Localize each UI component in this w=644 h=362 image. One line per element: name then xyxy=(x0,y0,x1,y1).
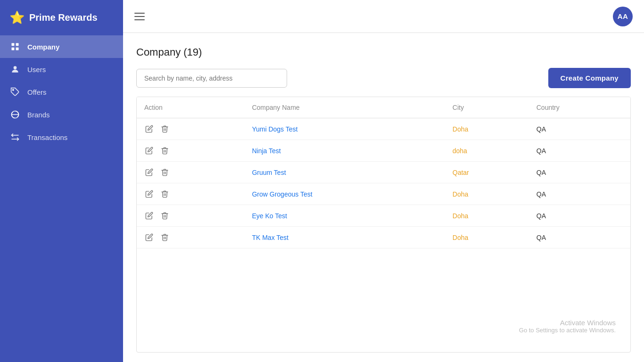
action-cell xyxy=(137,205,244,227)
sidebar-item-brands[interactable]: Brands xyxy=(0,103,123,126)
company-name-link[interactable]: Eye Ko Test xyxy=(252,212,287,220)
city-cell: Doha xyxy=(445,227,529,248)
main-content: AA Company (19) Create Company Action Co… xyxy=(123,0,644,362)
sidebar-logo: ⭐ Prime Rewards xyxy=(0,0,123,35)
company-name-link[interactable]: Ninja Test xyxy=(252,147,281,155)
sidebar-item-offers[interactable]: Offers xyxy=(0,81,123,103)
action-cell xyxy=(137,118,244,140)
table-row: Ninja Test doha QA xyxy=(137,140,630,162)
toolbar: Create Company xyxy=(136,68,631,88)
delete-button[interactable] xyxy=(160,124,170,134)
company-table-container[interactable]: Action Company Name City Country xyxy=(136,97,631,353)
sidebar-item-label: Company xyxy=(27,43,59,51)
edit-button[interactable] xyxy=(144,167,154,177)
hamburger-button[interactable] xyxy=(134,13,145,20)
table-row: Yumi Dogs Test Doha QA xyxy=(137,118,630,140)
sidebar-item-label: Offers xyxy=(27,88,47,96)
svg-rect-0 xyxy=(12,43,15,46)
app-name: Prime Rewards xyxy=(29,12,98,23)
country-cell: QA xyxy=(529,205,630,227)
table-row: Gruum Test Qatar QA xyxy=(137,162,630,183)
delete-button[interactable] xyxy=(160,146,170,156)
col-company-name: Company Name xyxy=(244,97,445,118)
edit-button[interactable] xyxy=(144,211,154,221)
delete-button[interactable] xyxy=(160,167,170,177)
search-input[interactable] xyxy=(136,69,287,88)
city-value: Qatar xyxy=(453,169,469,176)
city-value: Doha xyxy=(453,125,468,133)
action-cell xyxy=(137,227,244,248)
city-cell: Doha xyxy=(445,118,529,140)
company-name-link[interactable]: TK Max Test xyxy=(252,234,289,241)
hamburger-line xyxy=(134,13,145,14)
country-cell: QA xyxy=(529,162,630,183)
company-name-cell: TK Max Test xyxy=(244,227,445,248)
content-area: Company (19) Create Company Action Compa… xyxy=(123,33,644,362)
company-name-cell: Ninja Test xyxy=(244,140,445,162)
table-row: Grow Grogeous Test Doha QA xyxy=(137,183,630,205)
col-city: City xyxy=(445,97,529,118)
svg-rect-3 xyxy=(16,48,19,50)
brands-icon xyxy=(9,110,21,119)
col-action: Action xyxy=(137,97,244,118)
city-cell: Doha xyxy=(445,183,529,205)
city-value: doha xyxy=(453,147,467,155)
country-cell: QA xyxy=(529,118,630,140)
sidebar-item-label: Transactions xyxy=(27,133,67,141)
page-title: Company (19) xyxy=(136,46,631,58)
delete-button[interactable] xyxy=(160,189,170,199)
header: AA xyxy=(123,0,644,33)
edit-button[interactable] xyxy=(144,146,154,156)
delete-button[interactable] xyxy=(160,232,170,242)
company-name-cell: Grow Grogeous Test xyxy=(244,183,445,205)
company-name-cell: Yumi Dogs Test xyxy=(244,118,445,140)
table-row: TK Max Test Doha QA xyxy=(137,227,630,248)
action-cell xyxy=(137,183,244,205)
col-country: Country xyxy=(529,97,630,118)
edit-button[interactable] xyxy=(144,189,154,199)
city-cell: Qatar xyxy=(445,162,529,183)
star-icon: ⭐ xyxy=(9,10,25,25)
table-row: Eye Ko Test Doha QA xyxy=(137,205,630,227)
company-name-link[interactable]: Yumi Dogs Test xyxy=(252,125,297,133)
country-cell: QA xyxy=(529,227,630,248)
company-name-cell: Eye Ko Test xyxy=(244,205,445,227)
city-cell: Doha xyxy=(445,205,529,227)
sidebar-item-label: Users xyxy=(27,66,46,74)
company-name-link[interactable]: Grow Grogeous Test xyxy=(252,190,312,198)
city-cell: doha xyxy=(445,140,529,162)
hamburger-line xyxy=(134,16,145,17)
tag-icon xyxy=(9,87,21,97)
city-value: Doha xyxy=(453,212,468,220)
sidebar-item-company[interactable]: Company xyxy=(0,35,123,58)
company-name-link[interactable]: Gruum Test xyxy=(252,169,286,176)
edit-button[interactable] xyxy=(144,232,154,242)
create-company-button[interactable]: Create Company xyxy=(548,68,631,88)
city-value: Doha xyxy=(453,190,468,198)
grid-icon xyxy=(9,42,21,51)
delete-button[interactable] xyxy=(160,211,170,221)
city-value: Doha xyxy=(453,234,468,241)
edit-button[interactable] xyxy=(144,124,154,134)
sidebar-item-transactions[interactable]: Transactions xyxy=(0,126,123,148)
svg-point-5 xyxy=(13,90,14,91)
avatar[interactable]: AA xyxy=(613,7,633,26)
company-table: Action Company Name City Country xyxy=(137,97,630,248)
svg-point-4 xyxy=(14,66,17,69)
transactions-icon xyxy=(9,132,21,142)
action-cell xyxy=(137,140,244,162)
svg-rect-1 xyxy=(16,43,19,46)
country-cell: QA xyxy=(529,183,630,205)
person-icon xyxy=(9,65,21,74)
hamburger-line xyxy=(134,19,145,20)
action-cell xyxy=(137,162,244,183)
sidebar: ⭐ Prime Rewards Company Users Offers Bra… xyxy=(0,0,123,362)
sidebar-item-label: Brands xyxy=(27,111,50,119)
company-name-cell: Gruum Test xyxy=(244,162,445,183)
country-cell: QA xyxy=(529,140,630,162)
svg-rect-2 xyxy=(12,48,15,50)
sidebar-item-users[interactable]: Users xyxy=(0,58,123,81)
